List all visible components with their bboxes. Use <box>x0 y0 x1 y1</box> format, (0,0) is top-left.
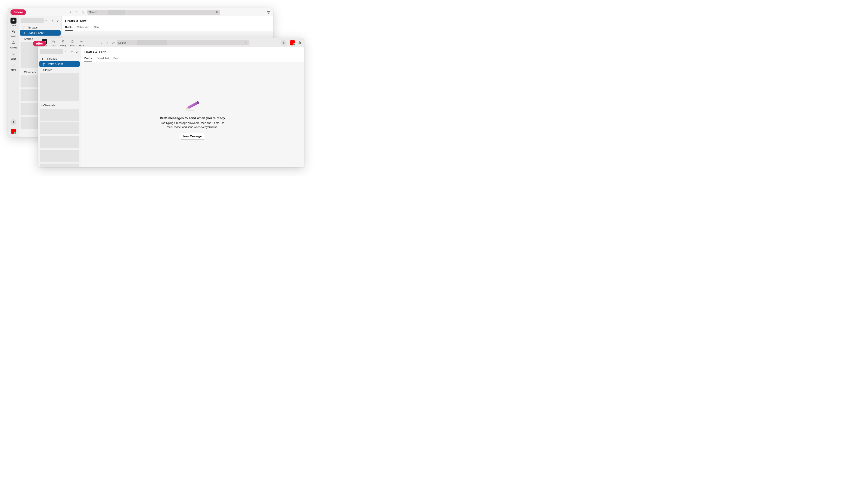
page-title: Drafts & sent <box>65 19 270 23</box>
rail-activity-label: Activity <box>10 47 17 49</box>
tab-drafts[interactable]: Drafts <box>65 26 72 31</box>
nav-forward-button[interactable] <box>105 41 110 45</box>
new-message-button[interactable]: New Message <box>180 133 205 140</box>
workspace-name-redacted <box>40 49 63 54</box>
tab-sent[interactable]: Sent <box>94 26 99 31</box>
help-button[interactable] <box>266 10 271 15</box>
workspace-switcher[interactable] <box>19 16 61 25</box>
arrow-right-icon <box>75 11 78 14</box>
svg-point-1 <box>13 65 14 65</box>
search-input[interactable]: Search <box>87 10 220 15</box>
sidebar-item-threads[interactable]: Threads <box>20 25 61 30</box>
history-button[interactable] <box>111 41 115 45</box>
tab-sent[interactable]: Sent <box>113 57 119 62</box>
workspace-avatar[interactable] <box>11 128 16 134</box>
arrow-right-icon <box>106 41 109 45</box>
sidebar-item-threads[interactable]: Threads <box>39 56 80 61</box>
svg-point-4 <box>216 11 218 13</box>
tab-scheduled[interactable]: Scheduled <box>77 26 90 31</box>
rail-later-label: Later <box>70 45 75 47</box>
sidebar-section-label: Starred <box>43 68 53 71</box>
rail-more-label: More <box>79 45 84 47</box>
search-redacted <box>137 40 167 46</box>
sidebar-section-channels[interactable]: Channels <box>38 102 81 108</box>
rail-later-label: Later <box>11 58 16 60</box>
rail-home-label: Home <box>11 24 17 27</box>
clock-icon <box>112 41 115 45</box>
search-placeholder: Search <box>89 11 97 14</box>
rail-activity[interactable]: Activity <box>59 38 67 47</box>
rail-activity[interactable]: Activity <box>8 40 19 49</box>
nav-back-button[interactable] <box>68 10 73 15</box>
rail-add-button[interactable] <box>10 119 17 125</box>
filter-button[interactable] <box>51 19 54 22</box>
compose-icon <box>76 50 79 53</box>
tabs: Drafts Scheduled Sent <box>62 23 273 31</box>
compose-button[interactable] <box>57 19 60 22</box>
rail-dms-label: DMs <box>11 35 16 38</box>
vertical-rail: Home DMs Activity Later <box>8 8 19 137</box>
svg-point-8 <box>81 41 82 42</box>
search-icon <box>245 41 248 44</box>
sidebar-section-label: Channels <box>24 70 36 74</box>
after-badge: After <box>33 41 46 46</box>
workspace-name-redacted <box>21 18 44 23</box>
dms-icon <box>10 29 17 35</box>
svg-point-2 <box>14 65 14 65</box>
empty-body: Start typing a message anywhere, then fi… <box>158 121 227 129</box>
nav-back-button[interactable] <box>99 41 103 45</box>
rail-dms[interactable]: DMs <box>8 29 19 38</box>
compose-button[interactable] <box>76 50 79 53</box>
content-pane: Drafts & sent Drafts Scheduled Sent <box>81 47 304 167</box>
after-window: Home DMs Activity Later <box>38 38 304 167</box>
arrow-left-icon <box>69 11 72 14</box>
sidebar-item-drafts-sent[interactable]: Drafts & sent <box>20 30 61 36</box>
tab-drafts[interactable]: Drafts <box>84 57 92 62</box>
arrow-left-icon <box>100 41 103 45</box>
bell-icon <box>60 39 65 44</box>
nav-forward-button[interactable] <box>74 10 79 15</box>
rail-later[interactable]: Later <box>69 38 76 47</box>
bookmark-icon <box>70 39 75 44</box>
clock-icon <box>82 11 85 14</box>
bookmark-icon <box>10 51 17 57</box>
rail-more[interactable]: More <box>8 62 19 71</box>
help-button[interactable] <box>297 41 302 45</box>
rail-activity-label: Activity <box>60 45 66 47</box>
sidebar-item-label: Drafts & sent <box>47 62 63 65</box>
rail-dms-label: DMs <box>52 45 56 47</box>
compose-icon <box>57 19 60 22</box>
rail-later[interactable]: Later <box>8 51 19 60</box>
home-icon <box>10 18 17 24</box>
sidebar-item-drafts-sent[interactable]: Drafts & sent <box>39 61 80 67</box>
history-button[interactable] <box>81 10 85 15</box>
filter-icon <box>70 50 73 53</box>
topbar: Search <box>19 8 273 16</box>
sidebar-item-label: Threads <box>47 57 57 60</box>
rail-add-button[interactable] <box>281 40 286 46</box>
sidebar-section-starred[interactable]: Starred <box>38 67 81 73</box>
channels-placeholder <box>38 108 81 167</box>
rail-dms[interactable]: DMs <box>50 38 57 47</box>
caret-down-icon <box>40 69 42 71</box>
filter-icon <box>51 19 54 22</box>
svg-point-11 <box>246 42 247 43</box>
tabs: Drafts Scheduled Sent <box>81 54 304 62</box>
svg-point-18 <box>186 110 195 111</box>
threads-icon <box>42 57 45 60</box>
rail-home[interactable]: Home <box>8 18 19 27</box>
help-icon <box>298 41 301 45</box>
tab-scheduled[interactable]: Scheduled <box>97 57 109 62</box>
starred-placeholder <box>40 73 79 101</box>
more-icon <box>79 39 84 44</box>
before-badge: Before <box>10 9 26 15</box>
caret-down-icon <box>21 38 23 40</box>
plus-icon <box>282 41 285 45</box>
workspace-switcher[interactable] <box>38 47 81 56</box>
channel-sidebar: Threads Drafts & sent Starred <box>38 47 81 167</box>
rail-more[interactable]: More <box>78 38 86 47</box>
workspace-avatar[interactable] <box>290 40 295 46</box>
search-input[interactable]: Search <box>117 40 249 46</box>
filter-button[interactable] <box>70 50 73 53</box>
sidebar-section-label: Channels <box>43 104 55 107</box>
